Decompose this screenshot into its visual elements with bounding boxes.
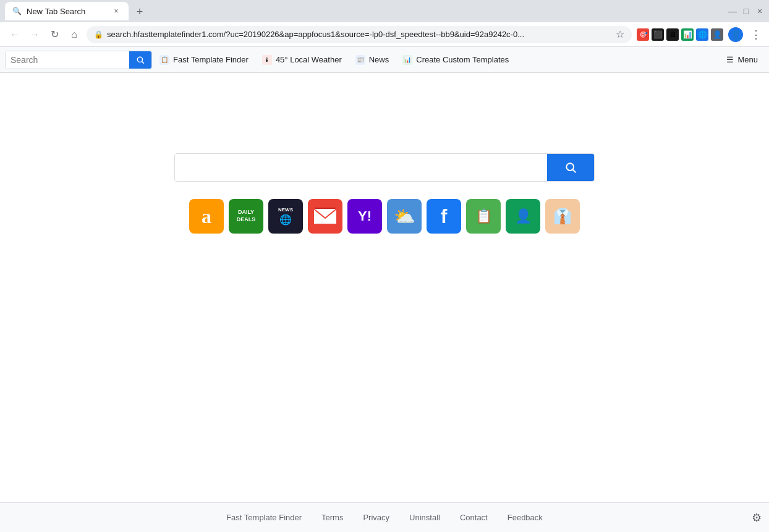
home-button[interactable]: ⌂ [67,27,82,42]
address-bar: ← → ↻ ⌂ 🔒 search.hfasttemplatefinder1.co… [0,22,769,47]
lock-icon: 🔒 [94,30,103,39]
nav-link-weather-label: 45° Local Weather [276,55,342,64]
news-icon: 📰 [355,55,365,65]
quick-link-gmail[interactable] [308,199,342,234]
browser-frame: 🔍 New Tab Search × + — □ × ← → ↻ ⌂ 🔒 sea… [0,0,769,532]
ext-icon-4[interactable]: 📊 [681,28,694,41]
yahoo-icon: Y! [358,208,372,224]
fast-template-icon: 📋 [159,55,169,65]
bookmark-star-icon[interactable]: ☆ [616,28,624,40]
ext-icon-3[interactable]: 🖥 [666,28,679,41]
minimize-button[interactable]: — [728,7,737,15]
daily-deals-icon: DAILYDEALS [237,209,256,223]
new-tab-button[interactable]: + [131,3,148,20]
nav-search-button[interactable] [129,51,151,69]
nav-toolbar: 📋 Fast Template Finder 🌡 45° Local Weath… [0,47,769,73]
profile-button[interactable]: 👤 [728,27,743,42]
refresh-button[interactable]: ↻ [47,27,62,42]
svg-point-0 [137,57,142,62]
forward-button[interactable]: → [27,27,42,42]
url-text: search.hfasttemplatefinder1.com/?uc=2019… [107,30,610,39]
tab-title: New Tab Search [27,7,106,16]
svg-rect-7 [315,209,335,224]
back-button[interactable]: ← [7,27,22,42]
quick-link-business[interactable]: 👔 [545,199,580,234]
nav-link-fast-template-label: Fast Template Finder [173,55,249,64]
ext-icon-5[interactable]: 🌐 [696,28,708,41]
amazon-icon: a [202,205,211,228]
close-window-button[interactable]: × [755,7,764,15]
quick-link-forms[interactable]: 📋 [466,199,501,234]
main-search-button[interactable] [547,154,594,181]
footer-link-fast-template[interactable]: Fast Template Finder [226,513,302,522]
quick-link-amazon[interactable]: a [189,199,224,234]
quick-link-contacts[interactable]: 👤 [506,199,540,234]
quick-link-news[interactable]: NEWS 🌐 [268,199,303,234]
globe-icon: 🌐 [279,214,292,226]
gear-icon[interactable]: ⚙ [752,511,762,525]
nav-link-news-label: News [369,55,389,64]
extension-icons: 🎯 ⬛ 🖥 📊 🌐 👤 [637,28,723,41]
nav-link-fast-template[interactable]: 📋 Fast Template Finder [153,53,255,67]
nav-link-create-templates[interactable]: 📊 Create Custom Templates [396,53,515,67]
hamburger-icon: ☰ [726,55,734,64]
quick-link-facebook[interactable]: f [427,199,461,234]
tie-icon: 👔 [553,208,572,225]
url-bar[interactable]: 🔒 search.hfasttemplatefinder1.com/?uc=20… [87,26,632,43]
maximize-button[interactable]: □ [742,7,750,15]
quick-links: a DAILYDEALS NEWS 🌐 [189,199,580,234]
weather-cloud-icon: ⛅ [394,206,415,227]
footer-link-uninstall[interactable]: Uninstall [409,513,440,522]
contacts-icon: 👤 [515,208,532,224]
nav-search-input[interactable] [6,51,129,69]
weather-icon: 🌡 [262,55,272,65]
ext-icon-1[interactable]: 🎯 [637,28,649,41]
tab-bar: 🔍 New Tab Search × + [5,2,726,20]
hamburger-menu-button[interactable]: ☰ Menu [720,53,764,67]
footer-link-feedback[interactable]: Feedback [508,513,543,522]
footer-link-privacy[interactable]: Privacy [363,513,389,522]
svg-point-2 [566,163,574,171]
gmail-icon [314,208,336,225]
facebook-icon: f [441,205,448,228]
footer-link-terms[interactable]: Terms [321,513,343,522]
news-globe-icon: NEWS [278,207,293,213]
main-search-input[interactable] [175,154,547,181]
ext-icon-6[interactable]: 👤 [711,28,723,41]
browser-menu-button[interactable]: ⋮ [750,28,762,41]
main-search-box [174,153,595,182]
create-templates-icon: 📊 [402,55,412,65]
nav-link-news[interactable]: 📰 News [349,53,396,67]
quick-link-yahoo[interactable]: Y! [347,199,382,234]
tab-favicon: 🔍 [12,7,22,15]
menu-label: Menu [737,55,758,64]
quick-link-weather[interactable]: ⛅ [387,199,422,234]
footer-link-contact[interactable]: Contact [460,513,488,522]
footer: Fast Template Finder Terms Privacy Unins… [0,502,769,532]
tab-close-button[interactable]: × [111,6,121,16]
ext-icon-2[interactable]: ⬛ [652,28,664,41]
page-content: a DAILYDEALS NEWS 🌐 [0,73,769,532]
active-tab[interactable]: 🔍 New Tab Search × [5,2,129,20]
svg-line-3 [573,170,576,173]
forms-icon: 📋 [475,208,492,224]
nav-link-create-templates-label: Create Custom Templates [416,55,509,64]
nav-search-wrapper [5,51,152,69]
quick-link-daily-deals[interactable]: DAILYDEALS [229,199,263,234]
window-controls: — □ × [728,7,764,15]
svg-line-1 [142,61,144,63]
title-bar: 🔍 New Tab Search × + — □ × [0,0,769,22]
nav-link-weather[interactable]: 🌡 45° Local Weather [256,53,348,67]
main-search-area: a DAILYDEALS NEWS 🌐 [174,153,595,234]
